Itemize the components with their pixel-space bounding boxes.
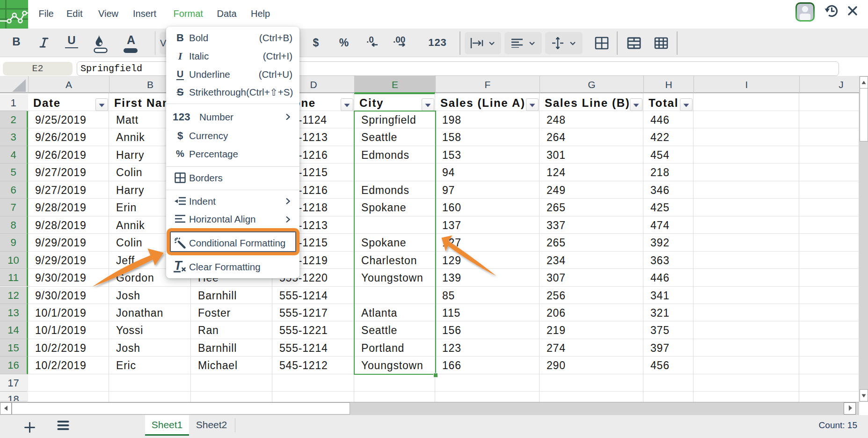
svg-text:.00: .00	[393, 35, 405, 45]
svg-text:.0: .0	[366, 35, 374, 45]
svg-text:T: T	[174, 260, 183, 273]
